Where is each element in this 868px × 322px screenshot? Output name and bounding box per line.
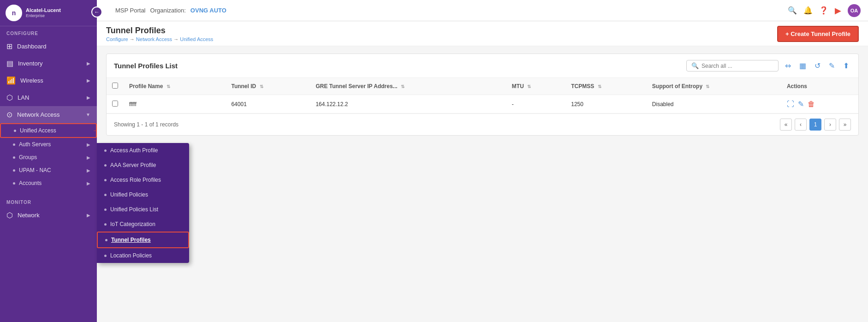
org-label: Organization: (150, 7, 186, 14)
last-page-button[interactable]: » (839, 119, 851, 131)
flyout-item-label: Unified Policies (110, 191, 148, 198)
arrow-indicator: → (92, 126, 97, 135)
col-support-entropy: Support of Entropy ⇅ (647, 78, 781, 95)
sidebar-sub-item-auth-servers[interactable]: Auth Servers ▶ (0, 138, 97, 151)
main-area: ← MSP Portal Organization: OVNG AUTO 🔍 🔔… (97, 0, 868, 322)
card-footer: Showing 1 - 1 of 1 records « ‹ 1 › » (107, 113, 858, 135)
filter-profile-name-icon[interactable]: ⇅ (166, 84, 170, 89)
delete-row-icon[interactable]: 🗑 (808, 100, 815, 108)
sidebar-sub-item-upam-nac[interactable]: UPAM - NAC ▶ (0, 164, 97, 177)
flyout-item-label: Location Policies (110, 252, 152, 259)
filter-gre-icon[interactable]: ⇅ (401, 84, 404, 89)
card-title: Tunnel Profiles List (114, 62, 682, 70)
flyout-item-label: Access Role Profiles (110, 177, 161, 183)
flyout-item-access-auth-profile[interactable]: Access Auth Profile (97, 143, 189, 158)
sidebar-item-network[interactable]: ⬡ Network ▶ (0, 207, 97, 224)
flyout-item-tunnel-profiles[interactable]: Tunnel Profiles (97, 232, 189, 248)
dot-icon (13, 169, 15, 172)
help-icon[interactable]: ❓ (819, 6, 828, 15)
breadcrumb-configure[interactable]: Configure (106, 36, 128, 42)
monitor-section-label: MONITOR (0, 195, 97, 207)
flyout-item-location-policies[interactable]: Location Policies (97, 248, 189, 263)
dot-icon (13, 156, 15, 159)
flyout-item-unified-policies-list[interactable]: Unified Policies List (97, 202, 189, 217)
breadcrumb-unified-access[interactable]: Unified Access (180, 36, 213, 42)
breadcrumb-network-access[interactable]: Network Access (136, 36, 172, 42)
network-access-icon: ⊙ (6, 110, 12, 119)
page-title: Tunnel Profiles (106, 26, 213, 36)
filter-icon[interactable]: ▦ (797, 60, 808, 72)
chevron-down-icon: ▼ (86, 112, 90, 117)
sidebar: n Alcatel-Lucent Enterprise CONFIGURE ⊞ … (0, 0, 97, 322)
flyout-item-unified-policies[interactable]: Unified Policies (97, 187, 189, 202)
bell-icon[interactable]: 🔔 (803, 6, 813, 15)
chevron-icon: ▶ (87, 142, 90, 147)
user-avatar[interactable]: OA (848, 4, 861, 17)
youtube-icon[interactable]: ▶ (835, 6, 841, 16)
sidebar-item-dashboard[interactable]: ⊞ Dashboard (0, 38, 97, 55)
row-checkbox[interactable] (112, 101, 118, 107)
dot-icon (13, 143, 15, 146)
sidebar-item-inventory[interactable]: ▤ Inventory ▶ (0, 55, 97, 72)
table-row: fffff 64001 164.122.12.2 - 1250 Disabled… (107, 95, 858, 113)
sidebar-item-lan[interactable]: ⬡ LAN ▶ (0, 89, 97, 106)
col-tunnel-id: Tunnel ID ⇅ (226, 78, 310, 95)
flyout-item-label: IoT Categorization (110, 221, 155, 227)
row-support-entropy: Disabled (647, 95, 781, 113)
expand-row-icon[interactable]: ⛶ (787, 100, 794, 108)
chevron-icon: ▶ (87, 181, 90, 186)
sidebar-item-wireless[interactable]: 📶 Wireless ▶ (0, 72, 97, 89)
search-input[interactable] (702, 63, 771, 69)
chevron-icon: ▶ (87, 95, 90, 100)
search-box[interactable]: 🔍 (686, 60, 779, 72)
sidebar-sub-item-accounts[interactable]: Accounts ▶ (0, 177, 97, 190)
first-page-button[interactable]: « (780, 119, 792, 131)
flyout-item-label: AAA Server Profile (110, 162, 156, 168)
edit-icon[interactable]: ✎ (827, 60, 837, 72)
sidebar-toggle-button[interactable]: ← (97, 6, 102, 18)
page-header-left: Tunnel Profiles Configure → Network Acce… (106, 26, 213, 42)
dot-icon (13, 182, 15, 185)
sub-item-label: UPAM - NAC (19, 167, 51, 173)
sidebar-item-label: Inventory (18, 60, 42, 67)
filter-tcpmss-icon[interactable]: ⇅ (598, 84, 601, 89)
configure-section-label: CONFIGURE (0, 26, 97, 38)
filter-tunnel-id-icon[interactable]: ⇅ (260, 84, 263, 89)
sub-item-label: Accounts (19, 180, 42, 186)
refresh-icon[interactable]: ↺ (813, 60, 822, 72)
dot-icon (104, 164, 107, 167)
flyout-item-label: Access Auth Profile (110, 147, 158, 154)
row-mtu: - (506, 95, 565, 113)
sidebar-item-label: Network Access (17, 111, 59, 118)
filter-entropy-icon[interactable]: ⇅ (706, 84, 709, 89)
sidebar-sub-item-groups[interactable]: Groups ▶ (0, 151, 97, 164)
expand-icon[interactable]: ⇔ (783, 60, 793, 72)
network-icon: ⬡ (6, 211, 13, 220)
col-tcpmss: TCPMSS ⇅ (565, 78, 647, 95)
filter-mtu-icon[interactable]: ⇅ (527, 84, 531, 89)
sidebar-logo: n Alcatel-Lucent Enterprise (0, 0, 97, 26)
col-mtu: MTU ⇅ (506, 78, 565, 95)
inventory-icon: ▤ (6, 59, 13, 68)
sidebar-sub-item-unified-access[interactable]: Unified Access → (0, 123, 97, 138)
select-all-checkbox[interactable] (112, 83, 118, 89)
flyout-item-access-role-profiles[interactable]: Access Role Profiles (97, 173, 189, 187)
search-icon: 🔍 (691, 62, 699, 69)
create-tunnel-profile-button[interactable]: + Create Tunnel Profile (777, 26, 859, 42)
row-tcpmss: 1250 (565, 95, 647, 113)
sidebar-item-network-access[interactable]: ⊙ Network Access ▼ (0, 106, 97, 123)
msp-portal-link[interactable]: MSP Portal (115, 7, 146, 14)
wireless-icon: 📶 (6, 76, 16, 85)
dot-icon (104, 149, 107, 152)
search-icon[interactable]: 🔍 (788, 6, 797, 15)
upload-icon[interactable]: ⬆ (841, 60, 851, 72)
page-1-button[interactable]: 1 (809, 119, 821, 131)
edit-row-icon[interactable]: ✎ (798, 100, 804, 108)
next-page-button[interactable]: › (824, 119, 836, 131)
prev-page-button[interactable]: ‹ (795, 119, 807, 131)
dot-icon (104, 223, 107, 226)
flyout-item-aaa-server-profile[interactable]: AAA Server Profile (97, 158, 189, 173)
flyout-item-iot-categorization[interactable]: IoT Categorization (97, 217, 189, 232)
logo-icon: n (6, 5, 22, 21)
org-name[interactable]: OVNG AUTO (190, 7, 226, 14)
